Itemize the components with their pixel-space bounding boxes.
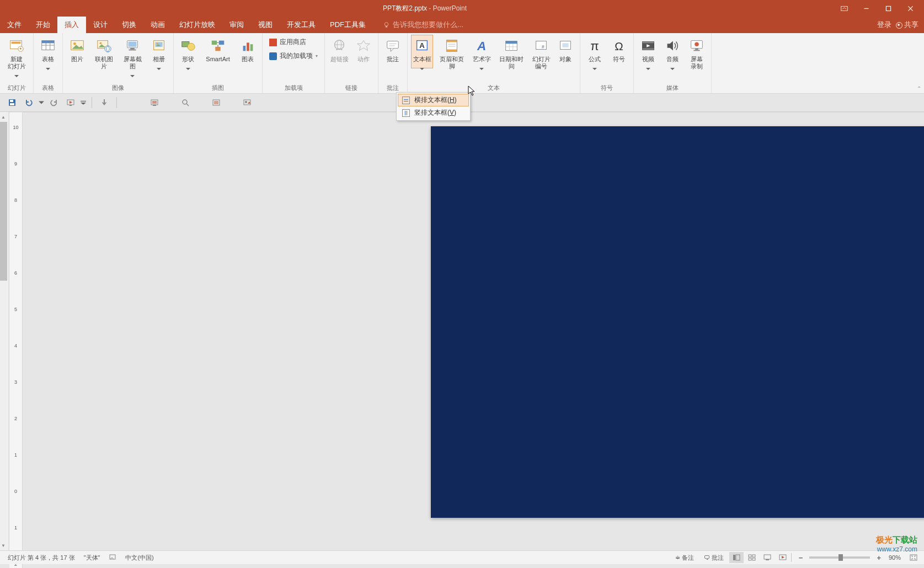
tell-me-search[interactable]: 告诉我您想要做什么... [383, 20, 463, 30]
login-link[interactable]: 登录 [877, 20, 891, 30]
status-notes-button[interactable]: ≑ 备注 [671, 554, 698, 562]
table-button[interactable]: 表格 [37, 35, 59, 68]
minimize-button[interactable] [855, 1, 877, 16]
qat-fit-to-window-button[interactable] [210, 96, 223, 109]
svg-rect-0 [841, 6, 847, 10]
date-time-icon [503, 37, 520, 55]
tab-home[interactable]: 开始 [29, 17, 57, 33]
action-icon [355, 37, 372, 55]
comment-button[interactable]: 批注 [382, 35, 404, 65]
view-reading-button[interactable] [760, 552, 775, 563]
qat-reading-view-button[interactable] [148, 96, 161, 109]
object-button[interactable]: 对象 [554, 35, 576, 65]
tab-transitions[interactable]: 切换 [115, 17, 143, 33]
svg-rect-55 [536, 41, 547, 50]
vertical-text-box-option[interactable]: 竖排文本框(V) [398, 106, 469, 119]
wordart-button[interactable]: A 艺术字 [471, 35, 493, 68]
thumbnail-scrollbar[interactable]: ▲ ▼ [0, 112, 8, 550]
svg-text:#: # [542, 44, 544, 50]
addins-icon [269, 52, 277, 60]
horizontal-text-box-option[interactable]: 横排文本框(H) [398, 94, 469, 106]
svg-rect-35 [250, 44, 253, 51]
tab-slideshow[interactable]: 幻灯片放映 [172, 17, 222, 33]
fit-to-window-button[interactable] [906, 552, 921, 563]
text-box-icon: A [413, 37, 431, 55]
scrollbar-thumb[interactable] [0, 122, 7, 281]
chart-button[interactable]: 图表 [237, 35, 259, 65]
zoom-in-button[interactable]: + [874, 554, 883, 562]
shapes-button[interactable]: 形状 [177, 35, 199, 68]
group-tables-label: 表格 [42, 83, 54, 93]
svg-point-65 [695, 42, 699, 46]
svg-rect-87 [752, 555, 755, 557]
qat-undo-arrow[interactable] [39, 96, 44, 109]
svg-rect-46 [447, 50, 457, 52]
smartart-button[interactable]: SmartArt [201, 35, 234, 65]
screenshot-button[interactable]: 屏幕截图 [119, 35, 146, 76]
header-footer-icon [443, 37, 461, 55]
ribbon-display-options[interactable] [833, 1, 855, 16]
header-footer-button[interactable]: 页眉和页脚 [435, 35, 468, 72]
hyperlink-button[interactable]: 超链接 [328, 35, 350, 65]
tab-developer[interactable]: 开发工具 [280, 17, 323, 33]
screen-recording-button[interactable]: 屏幕 录制 [686, 35, 708, 72]
qat-grayscale-button[interactable] [241, 96, 254, 109]
tab-file[interactable]: 文件 [0, 17, 29, 33]
view-normal-button[interactable] [729, 552, 744, 563]
qat-customize-arrow[interactable] [81, 96, 86, 109]
svg-text:π: π [590, 39, 599, 53]
app-store-button[interactable]: 应用商店 [266, 37, 321, 47]
collapse-ribbon-button[interactable]: ⌃ [917, 85, 921, 92]
status-language[interactable]: 中文(中国) [121, 554, 158, 562]
scroll-down-button[interactable]: ▼ [0, 540, 8, 550]
qat-redo-button[interactable] [47, 96, 61, 109]
svg-rect-24 [129, 50, 136, 51]
close-button[interactable] [899, 1, 921, 16]
audio-button[interactable]: 音频 [661, 35, 683, 68]
slide-number-icon: # [532, 37, 550, 55]
action-button[interactable]: 动作 [352, 35, 375, 65]
zoom-slider-handle[interactable] [838, 554, 843, 561]
video-button[interactable]: 视频 [637, 35, 659, 68]
text-box-dropdown: 横排文本框(H) 竖排文本框(V) [396, 92, 471, 121]
tab-pdf-tools[interactable]: PDF工具集 [323, 17, 373, 33]
view-sorter-button[interactable] [745, 552, 759, 563]
slide-canvas[interactable] [431, 126, 924, 518]
my-addins-button[interactable]: 我的加载项 ▾ [266, 51, 321, 61]
new-slide-button[interactable]: ✦ 新建 幻灯片 [3, 35, 30, 76]
online-pictures-button[interactable]: 联机图片 [90, 35, 117, 72]
zoom-slider[interactable] [809, 556, 870, 559]
slide-number-button[interactable]: # 幻灯片 编号 [530, 35, 552, 72]
zoom-out-button[interactable]: − [797, 554, 805, 562]
scroll-up-button[interactable]: ▲ [0, 112, 8, 122]
svg-rect-31 [219, 41, 224, 45]
svg-point-27 [157, 43, 158, 45]
svg-rect-33 [243, 46, 246, 51]
share-button[interactable]: 共享 [896, 20, 918, 30]
tab-insert[interactable]: 插入 [57, 17, 86, 33]
qat-start-from-beginning-button[interactable] [64, 96, 77, 109]
tab-review[interactable]: 审阅 [222, 17, 251, 33]
text-box-button[interactable]: A 文本框 [411, 35, 433, 68]
tab-design[interactable]: 设计 [86, 17, 115, 33]
svg-rect-39 [387, 41, 399, 49]
svg-text:Ω: Ω [615, 40, 623, 52]
tab-view[interactable]: 视图 [251, 17, 280, 33]
date-time-button[interactable]: 日期和时间 [495, 35, 528, 72]
qat-save-button[interactable] [6, 96, 19, 109]
tab-animations[interactable]: 动画 [143, 17, 172, 33]
zoom-level[interactable]: 90% [884, 554, 905, 561]
pictures-button[interactable]: 图片 [66, 35, 88, 65]
equation-button[interactable]: π 公式 [584, 35, 606, 68]
status-comments-button[interactable]: 🗨 批注 [699, 554, 728, 562]
slide-canvas-area[interactable]: ▲ ▼ [23, 112, 924, 568]
symbol-button[interactable]: Ω 符号 [608, 35, 630, 65]
view-slideshow-button[interactable] [776, 552, 790, 563]
qat-touch-mode-button[interactable] [98, 96, 111, 109]
photo-album-button[interactable]: 相册 [148, 35, 170, 68]
qat-undo-button[interactable] [22, 96, 35, 109]
qat-zoom-button[interactable] [179, 96, 192, 109]
status-spellcheck-icon[interactable] [104, 553, 121, 562]
maximize-button[interactable] [877, 1, 899, 16]
slide-thumbnail-panel: 历史记录中的百日所见 🔊 幻灯片标题文字内容 2 3 ⟵ 公司简介 产品介绍 案… [0, 112, 9, 550]
